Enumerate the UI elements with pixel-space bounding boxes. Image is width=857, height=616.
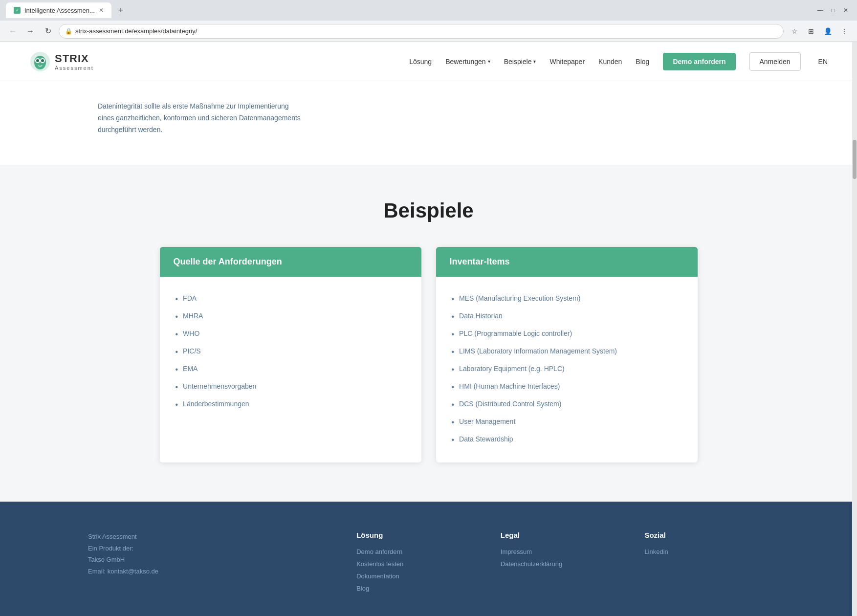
- tab-title: Intelligente Assessmen...: [24, 7, 95, 14]
- tab-favicon: ✓: [14, 7, 21, 14]
- anforderungen-list: FDA MHRA WHO PIC/S EMA Unternehmensvorga…: [176, 290, 406, 414]
- browser-topbar: ✓ Intelligente Assessmen... ✕ + — □ ✕: [0, 0, 857, 21]
- list-item: EMA: [176, 361, 406, 378]
- list-item: FDA: [176, 290, 406, 308]
- list-item: User Management: [452, 414, 682, 431]
- tab-close-button[interactable]: ✕: [99, 7, 104, 14]
- scrollbar-thumb[interactable]: [853, 140, 857, 179]
- footer-link-demo[interactable]: Demo anfordern: [356, 548, 481, 555]
- footer: Strix Assessment Ein Produkt der: Takso …: [0, 502, 857, 616]
- list-item: Länderbestimmungen: [176, 396, 406, 414]
- list-item: Data Stewardship: [452, 431, 682, 449]
- svg-point-4: [36, 59, 39, 62]
- close-button[interactable]: ✕: [840, 5, 851, 16]
- card-anforderungen-header: Quelle der Anforderungen: [160, 247, 421, 277]
- nav-beispiele[interactable]: Beispiele ▾: [504, 58, 536, 66]
- profile-button[interactable]: 👤: [821, 24, 835, 38]
- beispiele-section: Beispiele Quelle der Anforderungen FDA M…: [0, 165, 857, 502]
- list-item: MES (Manufacturing Execution System): [452, 290, 682, 308]
- nav-links: Lösung Bewertungen ▾ Beispiele ▾ Whitepa…: [409, 52, 828, 71]
- browser-chrome: ✓ Intelligente Assessmen... ✕ + — □ ✕ ← …: [0, 0, 857, 42]
- footer-brand-line3: Takso GmbH: [88, 554, 337, 565]
- footer-col-sozial: Sozial Linkedin: [644, 531, 769, 597]
- page-content: STRIX Assessment Lösung Bewertungen ▾ Be…: [0, 42, 857, 616]
- navbar: STRIX Assessment Lösung Bewertungen ▾ Be…: [0, 42, 857, 81]
- footer-link-datenschutz[interactable]: Datenschutzerklärung: [501, 560, 625, 568]
- minimize-button[interactable]: —: [815, 5, 826, 16]
- beispiele-chevron-icon: ▾: [533, 59, 536, 64]
- new-tab-button[interactable]: +: [114, 2, 128, 18]
- bookmark-button[interactable]: ☆: [788, 24, 801, 38]
- footer-brand-line4: Email: kontakt@takso.de: [88, 566, 337, 577]
- section-title: Beispiele: [49, 199, 808, 222]
- card-inventar-title: Inventar-Items: [450, 257, 684, 267]
- nav-bewertungen[interactable]: Bewertungen ▾: [445, 58, 490, 66]
- card-anforderungen-body: FDA MHRA WHO PIC/S EMA Unternehmensvorga…: [160, 277, 421, 427]
- list-item: WHO: [176, 326, 406, 343]
- logo[interactable]: STRIX Assessment: [29, 51, 94, 72]
- footer-col-legal: Legal Impressum Datenschutzerklärung: [501, 531, 625, 597]
- scrollbar[interactable]: [852, 42, 857, 616]
- window-controls: — □ ✕: [815, 5, 851, 16]
- browser-actions: ☆ ⊞ 👤 ⋮: [788, 24, 851, 38]
- nav-whitepaper[interactable]: Whitepaper: [549, 58, 585, 66]
- footer-col-loesung: Lösung Demo anfordern Kostenlos testen D…: [356, 531, 481, 597]
- tab-switcher-button[interactable]: ⊞: [804, 24, 818, 38]
- inventar-list: MES (Manufacturing Execution System) Dat…: [452, 290, 682, 449]
- nav-blog[interactable]: Blog: [636, 58, 649, 66]
- list-item: LIMS (Laboratory Information Management …: [452, 343, 682, 361]
- logo-sub: Assessment: [55, 65, 94, 71]
- lock-icon: 🔒: [65, 28, 72, 35]
- footer-grid: Strix Assessment Ein Produkt der: Takso …: [88, 531, 769, 597]
- refresh-button[interactable]: ↻: [41, 24, 55, 38]
- list-item: PIC/S: [176, 343, 406, 361]
- card-inventar-header: Inventar-Items: [436, 247, 698, 277]
- list-item: DCS (Distributed Control System): [452, 396, 682, 414]
- footer-sozial-title: Sozial: [644, 531, 769, 539]
- url-text: strix-assessment.de/examples/dataintegri…: [75, 27, 197, 35]
- svg-point-1: [34, 56, 46, 69]
- list-item: Laboratory Equipment (e.g. HPLC): [452, 361, 682, 378]
- card-inventar: Inventar-Items MES (Manufacturing Execut…: [436, 247, 698, 462]
- anmelden-button[interactable]: Anmelden: [749, 52, 801, 71]
- url-bar[interactable]: 🔒 strix-assessment.de/examples/datainteg…: [59, 24, 784, 39]
- browser-controls: ← → ↻ 🔒 strix-assessment.de/examples/dat…: [0, 21, 857, 42]
- language-button[interactable]: EN: [818, 58, 828, 66]
- footer-link-dokumentation[interactable]: Dokumentation: [356, 572, 481, 580]
- hero-text: Datenintegrität sollte als erste Maßnahm…: [98, 101, 303, 135]
- footer-link-impressum[interactable]: Impressum: [501, 548, 625, 555]
- browser-tab-active[interactable]: ✓ Intelligente Assessmen... ✕: [6, 2, 111, 18]
- footer-brand: Strix Assessment Ein Produkt der: Takso …: [88, 531, 337, 597]
- cards-grid: Quelle der Anforderungen FDA MHRA WHO PI…: [160, 247, 698, 462]
- maximize-button[interactable]: □: [828, 5, 838, 16]
- nav-loesung[interactable]: Lösung: [409, 58, 432, 66]
- list-item: PLC (Programmable Logic controller): [452, 326, 682, 343]
- footer-link-blog[interactable]: Blog: [356, 585, 481, 592]
- list-item: HMI (Human Machine Interfaces): [452, 378, 682, 396]
- list-item: Unternehmensvorgaben: [176, 378, 406, 396]
- back-button[interactable]: ←: [6, 24, 20, 38]
- footer-link-linkedin[interactable]: Linkedin: [644, 548, 769, 555]
- footer-brand-line2: Ein Produkt der:: [88, 543, 337, 554]
- demo-button[interactable]: Demo anfordern: [663, 53, 735, 70]
- card-anforderungen: Quelle der Anforderungen FDA MHRA WHO PI…: [160, 247, 421, 462]
- menu-button[interactable]: ⋮: [837, 24, 851, 38]
- logo-owl-icon: [29, 51, 51, 72]
- footer-brand-line1: Strix Assessment: [88, 531, 337, 542]
- nav-kunden[interactable]: Kunden: [598, 58, 622, 66]
- hero-section: Datenintegrität sollte als erste Maßnahm…: [0, 81, 857, 165]
- footer-link-kostenlos[interactable]: Kostenlos testen: [356, 560, 481, 568]
- footer-legal-title: Legal: [501, 531, 625, 539]
- footer-loesung-title: Lösung: [356, 531, 481, 539]
- bewertungen-chevron-icon: ▾: [488, 59, 490, 64]
- card-anforderungen-title: Quelle der Anforderungen: [174, 257, 408, 267]
- card-inventar-body: MES (Manufacturing Execution System) Dat…: [436, 277, 698, 462]
- svg-point-5: [41, 59, 44, 62]
- forward-button[interactable]: →: [23, 24, 37, 38]
- list-item: Data Historian: [452, 308, 682, 326]
- logo-text: STRIX: [55, 52, 94, 65]
- list-item: MHRA: [176, 308, 406, 326]
